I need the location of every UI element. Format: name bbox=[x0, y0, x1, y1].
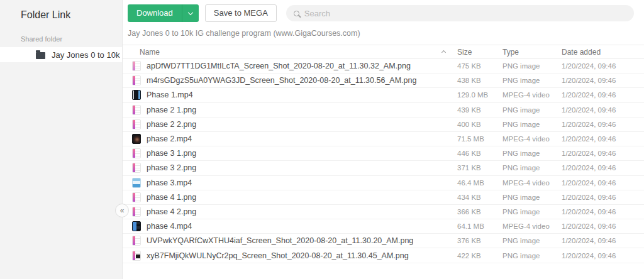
file-name: apDfWD7TT1DG1MtILcTA_Screen_Shot_2020-08… bbox=[147, 62, 457, 70]
file-thumbnail-icon bbox=[132, 61, 141, 71]
table-row[interactable]: phase 2 2.png 400 KB PNG image 1/20/2024… bbox=[123, 118, 644, 132]
file-thumbnail-icon bbox=[132, 251, 141, 261]
chevron-down-icon bbox=[188, 9, 193, 14]
file-size: 71.5 MB bbox=[457, 135, 502, 143]
download-button-label: Download bbox=[128, 4, 182, 22]
search-input[interactable] bbox=[304, 9, 626, 18]
file-thumbnail-icon bbox=[132, 119, 141, 129]
file-size: 446 KB bbox=[457, 150, 502, 157]
file-size: 64.1 MB bbox=[457, 222, 502, 230]
folder-link-page: Folder Link Shared folder Jay Jones 0 to… bbox=[0, 0, 644, 279]
page-title: Folder Link bbox=[0, 0, 122, 21]
file-type: PNG image bbox=[502, 237, 562, 244]
folder-description: Jay Jones 0 to 10k IG challenge program … bbox=[128, 29, 644, 38]
file-thumbnail-icon bbox=[132, 207, 141, 217]
file-size: 129.0 MB bbox=[457, 91, 502, 99]
file-type: MPEG-4 video bbox=[502, 179, 562, 187]
toolbar: Download Save to MEGA bbox=[128, 4, 634, 22]
download-button[interactable]: Download bbox=[128, 4, 199, 22]
file-thumbnail-icon bbox=[132, 221, 141, 231]
file-size: 371 KB bbox=[457, 164, 502, 172]
table-row[interactable]: phase 3 2.png 371 KB PNG image 1/20/2024… bbox=[123, 161, 644, 175]
file-thumbnail-icon bbox=[132, 178, 141, 188]
file-date-added: 1/20/2024, 09:46 bbox=[562, 222, 644, 230]
file-thumbnail-icon bbox=[132, 90, 141, 100]
save-to-mega-button[interactable]: Save to MEGA bbox=[205, 4, 277, 22]
file-name: phase 3 1.png bbox=[147, 149, 457, 158]
file-thumbnail-icon bbox=[132, 75, 141, 85]
file-thumbnail-icon bbox=[132, 163, 141, 173]
table-row[interactable]: phase 2.mp4 71.5 MB MPEG-4 video 1/20/20… bbox=[123, 132, 644, 146]
file-type: PNG image bbox=[502, 106, 562, 114]
file-name: phase 4.mp4 bbox=[147, 222, 457, 231]
file-date-added: 1/20/2024, 09:46 bbox=[562, 91, 644, 99]
table-row[interactable]: phase 4.mp4 64.1 MB MPEG-4 video 1/20/20… bbox=[123, 219, 644, 234]
file-type: PNG image bbox=[502, 164, 562, 172]
file-size: 434 KB bbox=[457, 194, 502, 201]
search-bar[interactable] bbox=[286, 5, 634, 21]
file-date-added: 1/20/2024, 09:46 bbox=[562, 194, 644, 201]
table-row[interactable]: apDfWD7TT1DG1MtILcTA_Screen_Shot_2020-08… bbox=[123, 59, 644, 74]
file-name: phase 2.mp4 bbox=[147, 134, 457, 143]
table-row[interactable]: m4rsGDgzS5uA0YWAG3JD_Screen_Shot_2020-08… bbox=[123, 74, 644, 88]
download-options-button[interactable] bbox=[182, 4, 199, 22]
file-type: PNG image bbox=[502, 208, 562, 216]
file-size: 439 KB bbox=[457, 106, 502, 114]
file-type: PNG image bbox=[502, 194, 562, 201]
file-date-added: 1/20/2024, 09:46 bbox=[562, 77, 644, 84]
sidebar-folder-item-label: Jay Jones 0 to 10k IG challeng bbox=[52, 50, 122, 60]
file-name: Phase 1.mp4 bbox=[147, 90, 457, 99]
sidebar: Folder Link Shared folder Jay Jones 0 to… bbox=[0, 0, 123, 279]
column-header-name[interactable]: Name bbox=[132, 48, 457, 57]
file-type: PNG image bbox=[502, 121, 562, 128]
file-size: 376 KB bbox=[457, 237, 502, 244]
file-type: MPEG-4 video bbox=[502, 135, 562, 143]
file-name: phase 2 2.png bbox=[147, 120, 457, 129]
table-row[interactable]: phase 4 2.png 366 KB PNG image 1/20/2024… bbox=[123, 205, 644, 219]
table-row[interactable]: xyB7FMjiQkWULNyCr2pq_Screen_Shot_2020-08… bbox=[123, 248, 644, 263]
file-date-added: 1/20/2024, 09:46 bbox=[562, 252, 644, 260]
file-thumbnail-icon bbox=[132, 236, 141, 246]
file-name: phase 4 2.png bbox=[147, 207, 457, 216]
file-date-added: 1/20/2024, 09:46 bbox=[562, 179, 644, 187]
double-chevron-left-icon: « bbox=[120, 207, 125, 214]
file-type: PNG image bbox=[502, 150, 562, 157]
file-date-added: 1/20/2024, 09:46 bbox=[562, 121, 644, 128]
file-date-added: 1/20/2024, 09:46 bbox=[562, 237, 644, 244]
file-thumbnail-icon bbox=[132, 134, 141, 144]
table-row[interactable]: Phase 1.mp4 129.0 MB MPEG-4 video 1/20/2… bbox=[123, 88, 644, 102]
file-name: phase 3 2.png bbox=[147, 163, 457, 172]
column-header-size[interactable]: Size bbox=[457, 48, 502, 57]
folder-icon bbox=[36, 52, 45, 59]
file-thumbnail-icon bbox=[132, 148, 141, 158]
file-type: PNG image bbox=[502, 77, 562, 84]
file-type: MPEG-4 video bbox=[502, 222, 562, 230]
file-name: phase 4 1.png bbox=[147, 193, 457, 202]
file-type: MPEG-4 video bbox=[502, 91, 562, 99]
file-thumbnail-icon bbox=[132, 192, 141, 202]
file-date-added: 1/20/2024, 09:46 bbox=[562, 164, 644, 172]
file-name: phase 3.mp4 bbox=[147, 178, 457, 187]
file-name: phase 2 1.png bbox=[147, 106, 457, 114]
table-row[interactable]: UVPwkYQARfCwXTHU4iaf_Screen_Shot_2020-08… bbox=[123, 234, 644, 248]
file-type: PNG image bbox=[502, 62, 562, 70]
file-name: UVPwkYQARfCwXTHU4iaf_Screen_Shot_2020-08… bbox=[147, 236, 457, 245]
column-header-date-added[interactable]: Date added bbox=[562, 48, 644, 57]
file-size: 46.4 MB bbox=[457, 179, 502, 187]
sidebar-folder-item[interactable]: Jay Jones 0 to 10k IG challeng bbox=[0, 47, 122, 62]
table-row[interactable]: phase 3.mp4 46.4 MB MPEG-4 video 1/20/20… bbox=[123, 176, 644, 190]
sidebar-collapse-button[interactable]: « bbox=[115, 204, 129, 217]
file-list: apDfWD7TT1DG1MtILcTA_Screen_Shot_2020-08… bbox=[123, 59, 644, 263]
file-date-added: 1/20/2024, 09:46 bbox=[562, 62, 644, 70]
column-header-type[interactable]: Type bbox=[502, 48, 562, 57]
file-thumbnail-icon bbox=[132, 105, 141, 115]
table-row[interactable]: phase 3 1.png 446 KB PNG image 1/20/2024… bbox=[123, 146, 644, 161]
file-date-added: 1/20/2024, 09:46 bbox=[562, 208, 644, 216]
table-row[interactable]: phase 4 1.png 434 KB PNG image 1/20/2024… bbox=[123, 190, 644, 205]
file-size: 422 KB bbox=[457, 252, 502, 260]
file-size: 475 KB bbox=[457, 62, 502, 70]
file-date-added: 1/20/2024, 09:46 bbox=[562, 106, 644, 114]
table-row[interactable]: phase 2 1.png 439 KB PNG image 1/20/2024… bbox=[123, 103, 644, 118]
table-header: Name Size Type Date added bbox=[123, 45, 644, 59]
file-name: xyB7FMjiQkWULNyCr2pq_Screen_Shot_2020-08… bbox=[147, 251, 457, 260]
